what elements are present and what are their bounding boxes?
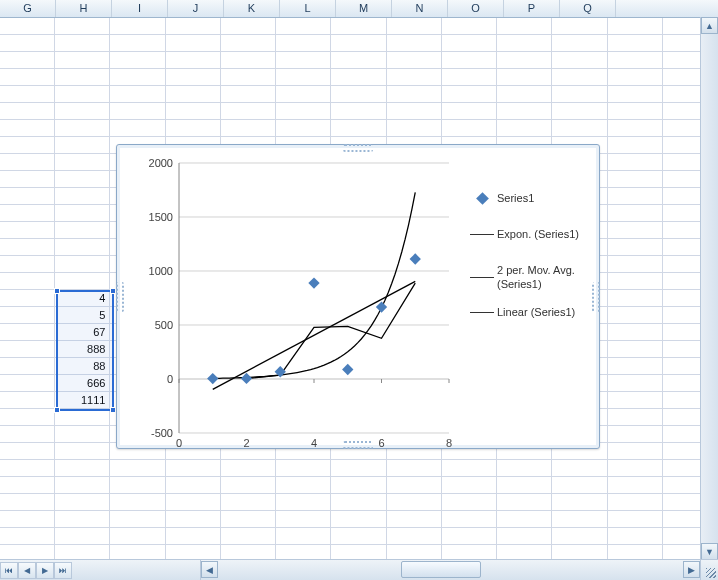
cell[interactable]	[166, 460, 221, 477]
cell[interactable]	[55, 69, 110, 86]
cell[interactable]	[552, 69, 607, 86]
col-header[interactable]: J	[168, 0, 224, 17]
cell[interactable]	[331, 35, 386, 52]
cell[interactable]	[552, 494, 607, 511]
cell[interactable]	[442, 477, 497, 494]
cell[interactable]	[110, 494, 165, 511]
cell[interactable]	[55, 477, 110, 494]
cell[interactable]	[387, 18, 442, 35]
cell[interactable]	[221, 528, 276, 545]
cell[interactable]	[55, 205, 110, 222]
cell[interactable]	[608, 426, 663, 443]
col-header[interactable]: M	[336, 0, 392, 17]
cell[interactable]	[221, 460, 276, 477]
cell[interactable]	[0, 18, 55, 35]
cell[interactable]	[166, 528, 221, 545]
cell[interactable]	[608, 103, 663, 120]
cell[interactable]	[387, 494, 442, 511]
cell[interactable]	[0, 375, 55, 392]
data-point[interactable]	[207, 373, 218, 384]
cell[interactable]	[608, 18, 663, 35]
cell[interactable]: 666	[55, 375, 110, 392]
cell[interactable]	[442, 35, 497, 52]
col-header[interactable]: I	[112, 0, 168, 17]
cell[interactable]: 67	[55, 324, 110, 341]
cell[interactable]	[55, 511, 110, 528]
scroll-right-arrow-icon[interactable]: ▶	[683, 561, 700, 578]
cell[interactable]	[110, 69, 165, 86]
cell[interactable]	[552, 86, 607, 103]
cell[interactable]	[110, 511, 165, 528]
cell[interactable]	[221, 494, 276, 511]
cell[interactable]	[497, 69, 552, 86]
cell[interactable]	[166, 103, 221, 120]
cell[interactable]	[0, 69, 55, 86]
cell[interactable]	[0, 222, 55, 239]
last-sheet-icon[interactable]: ⏭	[54, 562, 72, 579]
cell[interactable]	[0, 256, 55, 273]
cell[interactable]	[442, 69, 497, 86]
cell[interactable]	[442, 494, 497, 511]
cell[interactable]	[331, 120, 386, 137]
cell[interactable]	[608, 35, 663, 52]
cell[interactable]	[608, 239, 663, 256]
cell[interactable]	[608, 375, 663, 392]
cell[interactable]	[221, 103, 276, 120]
cell[interactable]	[276, 120, 331, 137]
cell[interactable]	[608, 443, 663, 460]
cell[interactable]	[0, 460, 55, 477]
hscroll-thumb[interactable]	[401, 561, 481, 578]
cell[interactable]	[0, 290, 55, 307]
cell[interactable]	[608, 205, 663, 222]
cell[interactable]	[552, 460, 607, 477]
cell[interactable]	[552, 35, 607, 52]
resize-corner[interactable]	[700, 559, 718, 580]
legend-item-expon[interactable]: Expon. (Series1)	[469, 227, 589, 241]
cell[interactable]	[0, 358, 55, 375]
cell[interactable]	[0, 171, 55, 188]
cell[interactable]	[110, 460, 165, 477]
cell[interactable]	[0, 188, 55, 205]
cell[interactable]: 4	[55, 290, 110, 307]
cell[interactable]	[166, 86, 221, 103]
cell[interactable]	[387, 120, 442, 137]
cell[interactable]	[276, 52, 331, 69]
cell[interactable]	[608, 69, 663, 86]
cell[interactable]	[387, 103, 442, 120]
cell[interactable]	[166, 35, 221, 52]
cell[interactable]	[387, 52, 442, 69]
cell[interactable]	[221, 69, 276, 86]
cell[interactable]	[0, 528, 55, 545]
cell[interactable]	[387, 460, 442, 477]
cell[interactable]	[110, 18, 165, 35]
cell[interactable]	[55, 409, 110, 426]
cell[interactable]	[442, 120, 497, 137]
chart-resize-grip[interactable]	[592, 282, 600, 312]
cell[interactable]	[608, 52, 663, 69]
cell[interactable]	[55, 18, 110, 35]
scroll-down-arrow-icon[interactable]: ▼	[701, 543, 718, 560]
data-point[interactable]	[342, 364, 353, 375]
col-header[interactable]: O	[448, 0, 504, 17]
cell[interactable]: 888	[55, 341, 110, 358]
data-point[interactable]	[410, 253, 421, 264]
cell[interactable]	[221, 52, 276, 69]
cell[interactable]	[331, 528, 386, 545]
legend-item-series1[interactable]: Series1	[469, 191, 589, 205]
cell[interactable]	[497, 477, 552, 494]
cell[interactable]	[276, 460, 331, 477]
cell[interactable]	[0, 273, 55, 290]
cell[interactable]	[552, 103, 607, 120]
cell[interactable]	[387, 477, 442, 494]
cell[interactable]	[166, 511, 221, 528]
col-header[interactable]: H	[56, 0, 112, 17]
cell[interactable]	[552, 120, 607, 137]
cell[interactable]	[608, 154, 663, 171]
cell[interactable]	[55, 273, 110, 290]
cell[interactable]	[608, 256, 663, 273]
cell[interactable]	[608, 137, 663, 154]
cell[interactable]	[166, 52, 221, 69]
cell[interactable]	[166, 18, 221, 35]
cell[interactable]	[0, 120, 55, 137]
plot-area[interactable]: 2000 1500 1000 500 0 -500 0 2 4 6 8	[179, 163, 449, 433]
